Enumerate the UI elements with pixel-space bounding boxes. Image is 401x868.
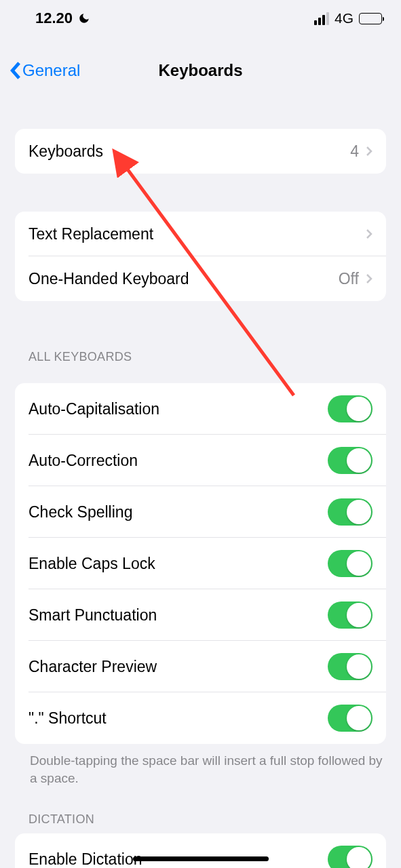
row-text-replacement[interactable]: Text Replacement [15,212,386,256]
row-value: Off [339,270,359,288]
chevron-left-icon [9,61,21,80]
status-time: 12.20 [35,9,73,27]
toggle-check-spelling[interactable] [328,498,373,526]
status-bar: 12.20 4G [0,0,401,37]
chevron-right-icon [366,273,373,284]
toggle-character-preview[interactable] [328,653,373,680]
page-title: Keyboards [158,61,242,80]
group-dictation: Enable Dictation Dictation Languages [15,833,386,868]
row-keyboards[interactable]: Keyboards 4 [15,129,386,174]
section-footer-dot-shortcut: Double-tapping the space bar will insert… [15,744,386,787]
back-label: General [22,61,80,80]
row-enable-dictation: Enable Dictation [15,833,386,868]
row-one-handed-keyboard[interactable]: One-Handed Keyboard Off [15,256,386,301]
row-smart-punctuation: Smart Punctuation [15,589,386,641]
battery-icon [359,13,382,24]
row-auto-correction: Auto-Correction [15,435,386,486]
toggle-dot-shortcut[interactable] [328,705,373,732]
row-label: Keyboards [28,142,350,161]
row-label: Smart Punctuation [28,606,328,625]
status-right: 4G [314,10,382,26]
toggle-smart-punctuation[interactable] [328,601,373,629]
toggle-auto-capitalisation[interactable] [328,395,373,422]
row-label: Enable Caps Lock [28,555,328,573]
toggle-auto-correction[interactable] [328,447,373,474]
nav-bar: General Keyboards [0,49,401,92]
home-indicator[interactable] [133,856,269,861]
row-label: Auto-Correction [28,452,328,470]
chevron-right-icon [366,229,373,239]
row-label: Check Spelling [28,503,328,521]
group-keyboards: Keyboards 4 [15,129,386,174]
chevron-right-icon [366,146,373,157]
group-all-keyboards: Auto-Capitalisation Auto-Correction Chec… [15,383,386,744]
row-dot-shortcut: "." Shortcut [15,692,386,744]
network-label: 4G [335,10,354,26]
row-label: Auto-Capitalisation [28,400,328,418]
section-header-dictation: DICTATION [0,812,401,833]
back-button[interactable]: General [9,61,80,80]
toggle-enable-dictation[interactable] [328,846,373,868]
cellular-signal-icon [314,12,329,25]
toggle-enable-caps-lock[interactable] [328,550,373,577]
section-header-all-keyboards: ALL KEYBOARDS [0,350,401,371]
row-character-preview: Character Preview [15,641,386,692]
row-auto-capitalisation: Auto-Capitalisation [15,383,386,435]
row-label: Character Preview [28,658,328,676]
row-value: 4 [350,142,359,161]
row-label: One-Handed Keyboard [28,270,339,288]
status-left: 12.20 [35,9,90,27]
do-not-disturb-icon [78,12,90,24]
row-label: "." Shortcut [28,709,328,728]
row-enable-caps-lock: Enable Caps Lock [15,538,386,589]
row-check-spelling: Check Spelling [15,486,386,538]
group-text-options: Text Replacement One-Handed Keyboard Off [15,212,386,301]
row-label: Text Replacement [28,225,366,243]
